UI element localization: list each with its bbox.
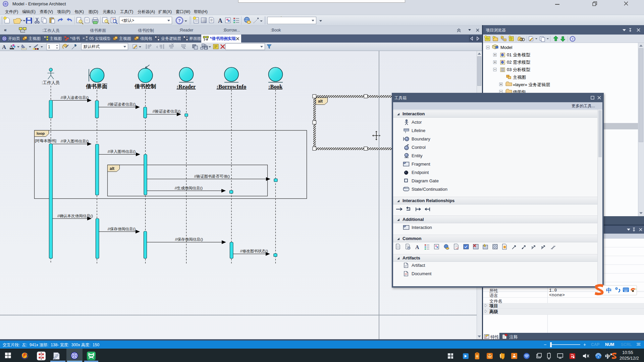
svg-text://录入图书信息(): //录入图书信息() bbox=[108, 149, 136, 154]
svg-text:?: ? bbox=[572, 38, 574, 41]
svg-text:loop: loop bbox=[37, 131, 45, 135]
svg-text://录入图书信息(): //录入图书信息() bbox=[61, 139, 89, 143]
svg-text:02 需求模型: 02 需求模型 bbox=[507, 60, 530, 65]
svg-text://验证读者信息(): //验证读者信息() bbox=[153, 109, 180, 113]
svg-text::工作人员: :工作人员 bbox=[42, 80, 60, 85]
svg-text::BorrowInfo: :BorrowInfo bbox=[217, 83, 247, 90]
svg-text://保存借阅信息(): //保存借阅信息() bbox=[175, 237, 203, 241]
svg-text://修改图书状态(): //修改图书状态() bbox=[240, 249, 268, 253]
svg-text:A: A bbox=[2, 44, 6, 50]
svg-text:借书界面: 借书界面 bbox=[86, 83, 107, 89]
svg-text:主视图: 主视图 bbox=[513, 75, 526, 80]
svg-text://保存借阅信息(): //保存借阅信息() bbox=[108, 227, 136, 231]
svg-text:Model: Model bbox=[500, 45, 513, 50]
svg-text::Reader: :Reader bbox=[177, 83, 196, 90]
svg-text://录入读者信息(): //录入读者信息() bbox=[61, 96, 89, 100]
svg-text://确认本次借阅信息(): //确认本次借阅信息() bbox=[57, 214, 93, 218]
svg-text:[对每本图书]: [对每本图书] bbox=[35, 139, 56, 143]
svg-text:中: 中 bbox=[605, 353, 610, 359]
svg-text:借书控制: 借书控制 bbox=[134, 83, 156, 89]
svg-text://生成借阅信息(): //生成借阅信息() bbox=[175, 186, 203, 190]
svg-text:alt: alt bbox=[318, 99, 323, 104]
svg-text::Book: :Book bbox=[268, 83, 283, 90]
svg-text:alt: alt bbox=[110, 166, 114, 171]
svg-text:1: 1 bbox=[48, 45, 50, 49]
svg-text:A: A bbox=[415, 244, 419, 250]
svg-text:03 分析模型: 03 分析模型 bbox=[507, 67, 530, 72]
svg-text:A: A bbox=[10, 44, 13, 49]
svg-text://验证图书是否可借(): //验证图书是否可借() bbox=[194, 174, 230, 178]
svg-text:A: A bbox=[218, 17, 222, 24]
svg-text:?: ? bbox=[178, 18, 180, 23]
svg-text:01 业务模型: 01 业务模型 bbox=[507, 52, 530, 57]
svg-text:«layer» 业务逻辑层: «layer» 业务逻辑层 bbox=[513, 82, 550, 87]
svg-text://验证读者信息(): //验证读者信息() bbox=[108, 102, 136, 106]
